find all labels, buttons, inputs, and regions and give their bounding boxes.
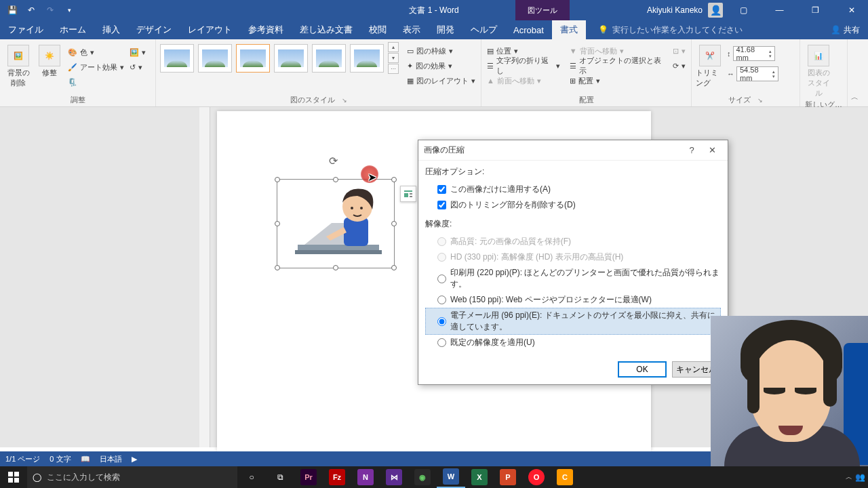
tab-developer[interactable]: 開発: [429, 20, 462, 39]
app-excel[interactable]: X: [465, 466, 494, 488]
pic-layout-icon: ▦: [407, 77, 414, 85]
macro-icon[interactable]: ▶: [132, 455, 137, 464]
width-input[interactable]: 54.58 mm▴▾: [736, 66, 778, 81]
tab-file[interactable]: ファイル: [0, 20, 52, 39]
share-button[interactable]: 👤共有: [831, 24, 860, 36]
style-thumb[interactable]: [312, 44, 346, 73]
size-launcher-icon[interactable]: ↘: [757, 97, 763, 104]
corrections-button[interactable]: ☀️修整: [35, 42, 64, 78]
app-green[interactable]: ◉: [408, 466, 437, 488]
user-avatar-icon[interactable]: 👤: [708, 3, 723, 18]
tray-chevron-icon[interactable]: ︿: [846, 472, 852, 482]
tab-layout[interactable]: レイアウト: [180, 20, 240, 39]
app-visualstudio[interactable]: ⋈: [380, 466, 408, 488]
resize-handle[interactable]: [275, 265, 280, 270]
cortana-icon[interactable]: ○: [237, 466, 266, 488]
resize-handle[interactable]: [333, 177, 338, 182]
tab-home[interactable]: ホーム: [52, 20, 94, 39]
resize-handle[interactable]: [391, 177, 397, 182]
dialog-help-icon[interactable]: ?: [682, 140, 702, 161]
maximize-icon[interactable]: ❐: [800, 0, 831, 20]
artistic-effects-button[interactable]: 🖌️アート効果 ▾: [66, 60, 125, 75]
picture-effects-button[interactable]: ✦図の効果 ▾: [406, 58, 477, 73]
styles-launcher-icon[interactable]: ↘: [342, 97, 347, 104]
resize-handle[interactable]: [391, 221, 397, 226]
resize-handle[interactable]: [333, 265, 338, 270]
color-button[interactable]: 🎨色 ▾: [66, 45, 125, 60]
checkbox-apply-only[interactable]: この画像だけに適用する(A): [425, 182, 721, 197]
compress-picture-button[interactable]: 🗜️: [66, 75, 125, 89]
app-opera[interactable]: O: [522, 466, 551, 488]
change-picture-button[interactable]: 🖼️▾: [128, 45, 147, 60]
resize-handle[interactable]: [275, 177, 280, 182]
style-thumb[interactable]: [160, 44, 194, 73]
svg-rect-9: [410, 196, 412, 197]
selection-pane-button[interactable]: ☰オブジェクトの選択と表示: [568, 58, 666, 73]
crop-button[interactable]: ✂️トリミング: [696, 42, 724, 88]
align-button[interactable]: ⊞配置 ▾: [568, 73, 666, 88]
collapse-ribbon-icon[interactable]: ︿: [848, 39, 861, 106]
rotate-button[interactable]: ⟳▾: [671, 58, 687, 73]
start-button[interactable]: [0, 466, 27, 488]
save-icon[interactable]: 💾: [4, 2, 20, 18]
effects-icon: 🖌️: [68, 63, 77, 72]
radio-web[interactable]: Web (150 ppi): Web ページやプロジェクターに最適(W): [425, 292, 721, 308]
tab-review[interactable]: 校閲: [361, 20, 395, 39]
remove-background-button[interactable]: 🖼️背景の 削除: [4, 42, 33, 88]
app-filezilla[interactable]: Fz: [323, 466, 351, 488]
checkbox-delete-cropped[interactable]: 図のトリミング部分を削除する(D): [425, 197, 721, 213]
reset-picture-button[interactable]: ↺▾: [128, 60, 147, 75]
align-icon: ⊞: [570, 77, 576, 85]
radio-print[interactable]: 印刷用 (220 ppi)(P): ほとんどのプリンターと画面で優れた品質が得ら…: [425, 265, 721, 292]
taskview-icon[interactable]: ⧉: [266, 466, 294, 488]
gallery-up-icon[interactable]: ▴: [388, 42, 399, 52]
wrap-text-button[interactable]: ☰文字列の折り返し ▾: [486, 58, 561, 73]
gallery-down-icon[interactable]: ▾: [388, 53, 399, 63]
resize-handle[interactable]: [391, 265, 397, 270]
spellcheck-icon[interactable]: 📖: [81, 455, 90, 464]
close-icon[interactable]: ✕: [836, 0, 867, 20]
dialog-close-icon[interactable]: ✕: [702, 140, 722, 161]
rotation-handle-icon[interactable]: ⟳: [329, 155, 342, 168]
radio-email[interactable]: 電子メール用 (96 ppi)(E): ドキュメントのサイズを最小限に抑え、共有…: [425, 308, 721, 335]
tab-design[interactable]: デザイン: [128, 20, 180, 39]
app-word[interactable]: W: [437, 466, 465, 488]
people-icon[interactable]: 👥: [855, 472, 865, 482]
taskbar-search[interactable]: ◯ここに入力して検索: [27, 466, 237, 488]
svg-rect-12: [8, 478, 13, 483]
selected-picture[interactable]: ⟳: [277, 179, 395, 268]
app-onenote[interactable]: N: [351, 466, 380, 488]
tab-mailings[interactable]: 差し込み文書: [292, 20, 361, 39]
app-powerpoint[interactable]: P: [494, 466, 522, 488]
style-thumb[interactable]: [274, 44, 308, 73]
app-camtasia[interactable]: C: [551, 466, 579, 488]
tab-insert[interactable]: 挿入: [94, 20, 128, 39]
language-indicator[interactable]: 日本語: [100, 454, 122, 464]
word-count[interactable]: 0 文字: [50, 454, 71, 464]
radio-default[interactable]: 既定の解像度を適用(U): [425, 335, 721, 350]
redo-icon[interactable]: ↷: [42, 2, 58, 18]
tab-help[interactable]: ヘルプ: [462, 20, 505, 39]
tab-acrobat[interactable]: Acrobat: [505, 20, 552, 39]
ok-button[interactable]: OK: [618, 361, 667, 378]
resize-handle[interactable]: [275, 221, 280, 226]
style-thumb[interactable]: [350, 44, 384, 73]
undo-icon[interactable]: ↶: [23, 2, 39, 18]
tab-view[interactable]: 表示: [395, 20, 429, 39]
picture-styles-gallery[interactable]: ▴ ▾ ⋯: [160, 42, 399, 74]
tab-references[interactable]: 参考資料: [240, 20, 292, 39]
height-input[interactable]: 41.68 mm▴▾: [733, 46, 775, 61]
ribbon-display-icon[interactable]: ▢: [728, 0, 759, 20]
gallery-more-icon[interactable]: ⋯: [388, 64, 399, 74]
layout-options-icon[interactable]: [400, 186, 416, 202]
app-premiere[interactable]: Pr: [294, 466, 323, 488]
picture-layout-button[interactable]: ▦図のレイアウト ▾: [406, 73, 477, 88]
page-indicator[interactable]: 1/1 ページ: [5, 454, 40, 464]
tab-format[interactable]: 書式: [552, 20, 586, 39]
style-thumb[interactable]: [198, 44, 232, 73]
minimize-icon[interactable]: —: [764, 0, 795, 20]
tell-me-box[interactable]: 💡実行したい作業を入力してください: [598, 24, 743, 36]
style-thumb-selected[interactable]: [236, 44, 270, 73]
picture-border-button[interactable]: ▭図の枠線 ▾: [406, 43, 477, 58]
qat-customize-icon[interactable]: ▾: [61, 2, 77, 18]
